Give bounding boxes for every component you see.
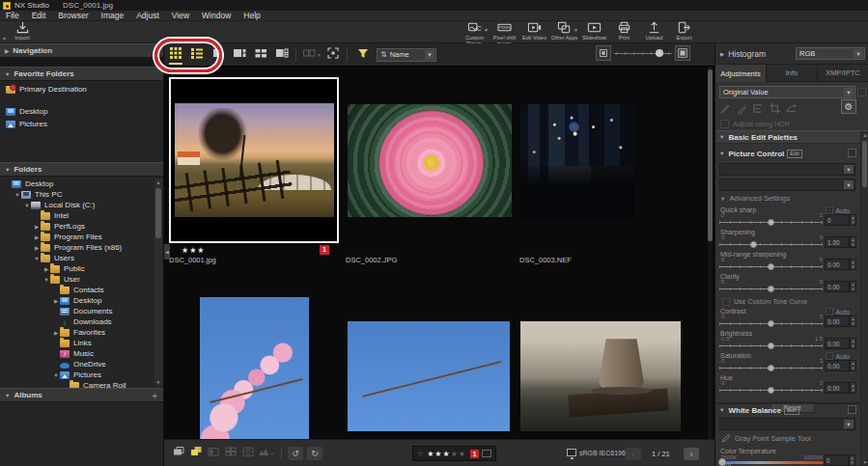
filter-button[interactable]: [353, 45, 373, 65]
menu-window[interactable]: Window: [202, 11, 231, 20]
picture-control-select-2[interactable]: ▼: [719, 178, 855, 191]
spinner-arrows[interactable]: ▲▼: [850, 338, 856, 349]
spinner-arrows[interactable]: ▲▼: [850, 281, 856, 292]
folder-tree-scrollbar[interactable]: ▲ ▼: [154, 178, 162, 386]
scroll-up-icon[interactable]: ▲: [861, 131, 868, 139]
spinner-arrows[interactable]: ▲▼: [850, 382, 856, 394]
compare-pair-button[interactable]: [188, 447, 204, 460]
auto-option[interactable]: Auto: [826, 308, 850, 315]
histogram-channel-select[interactable]: RGB ▼: [796, 47, 865, 60]
advanced-settings-header[interactable]: ▼ Advanced Settings: [720, 194, 790, 203]
favorite-desktop[interactable]: Desktop: [0, 105, 163, 118]
tree-item-onedrive[interactable]: OneDrive: [0, 359, 163, 370]
adjustment-preset-select[interactable]: Original Value ▼: [719, 86, 855, 98]
slider-track[interactable]: [719, 388, 823, 394]
navigation-panel-header[interactable]: ▶ Navigation: [0, 43, 163, 58]
tree-item-favorites[interactable]: ▶Favorites: [0, 327, 163, 338]
upload-button[interactable]: Upload: [639, 22, 669, 41]
tab-info[interactable]: Info: [767, 65, 818, 82]
scroll-down-icon[interactable]: ▼: [861, 458, 868, 466]
tree-item-downloads[interactable]: ↓Downloads: [0, 316, 163, 327]
tree-item-local-disk-c[interactable]: ▼Local Disk (C:): [0, 200, 163, 210]
adjust-using-hdr-row[interactable]: Adjust using HDR: [720, 120, 790, 128]
right-panel-scrollbar[interactable]: ▲ ▼: [860, 131, 868, 466]
scrollbar-thumb[interactable]: [155, 188, 161, 238]
slider-handle[interactable]: [768, 263, 774, 270]
expander-open-icon[interactable]: ▼: [14, 192, 21, 198]
tree-item-program-files-x86[interactable]: ▶Program Files (x86): [0, 242, 163, 253]
menu-adjust[interactable]: Adjust: [136, 11, 159, 20]
favorite-pictures[interactable]: Pictures: [0, 118, 163, 130]
grid-view-button[interactable]: [166, 45, 185, 65]
rating-clear-icon[interactable]: ☆: [417, 450, 424, 458]
multi-image-button[interactable]: [223, 447, 238, 460]
white-balance-checkbox[interactable]: [848, 405, 856, 414]
tree-item-pictures[interactable]: ▼Pictures: [0, 370, 163, 380]
slider-handle[interactable]: [768, 286, 774, 292]
folders-panel-header[interactable]: ▼ Folders: [0, 162, 163, 177]
expander-open-icon[interactable]: ▼: [23, 203, 31, 208]
tree-item-intel[interactable]: Intel: [0, 210, 163, 221]
expander-open-icon[interactable]: ▼: [52, 372, 60, 378]
histogram-overlay-button[interactable]: ▼: [258, 447, 273, 460]
menu-view[interactable]: View: [172, 11, 189, 20]
expander-closed-icon[interactable]: ▶: [52, 330, 60, 336]
sort-dropdown[interactable]: ⇅Name▼: [377, 48, 436, 62]
slider-handle[interactable]: [768, 320, 774, 327]
spinner-arrows[interactable]: ▲▼: [850, 315, 856, 327]
auto-checkbox[interactable]: [826, 206, 833, 214]
expander-closed-icon[interactable]: ▶: [33, 245, 41, 251]
straighten-icon[interactable]: [785, 101, 798, 114]
hdr-checkbox[interactable]: [720, 120, 729, 128]
color-temperature-slider[interactable]: [720, 461, 824, 464]
tree-item-program-files[interactable]: ▶Program Files: [0, 232, 163, 242]
thumbnail-photo-bucket[interactable]: [520, 321, 681, 431]
tab-xmp-iptc[interactable]: XMP/IPTC: [818, 65, 868, 82]
slider-track[interactable]: [719, 264, 823, 270]
small-thumbnail-icon[interactable]: [596, 45, 611, 61]
rating-stars-inactive[interactable]: ★★: [451, 450, 466, 458]
slider-value[interactable]: 0.00: [825, 338, 850, 349]
picture-control-checkbox[interactable]: [848, 149, 856, 157]
menu-edit[interactable]: Edit: [32, 11, 46, 20]
tree-item-this-pc[interactable]: ▼This PC: [0, 189, 163, 200]
edit-pencil-icon[interactable]: [719, 101, 732, 114]
previous-image-button[interactable]: ‹: [626, 448, 641, 460]
slider-handle[interactable]: [768, 387, 774, 394]
redo-button[interactable]: ↻: [307, 447, 322, 460]
spinner-arrows[interactable]: ▲▼: [849, 454, 855, 466]
slider-handle[interactable]: [768, 343, 774, 349]
scrollbar-thumb[interactable]: [862, 141, 867, 187]
expander-closed-icon[interactable]: ▶: [42, 266, 50, 272]
slider-track[interactable]: [719, 343, 823, 349]
four-view-button[interactable]: [251, 45, 270, 65]
next-image-button[interactable]: ›: [684, 448, 699, 460]
versions-button[interactable]: [171, 447, 186, 460]
tree-item-contacts[interactable]: Contacts: [0, 285, 163, 295]
slider-value[interactable]: 0.00: [825, 281, 850, 292]
crop-icon[interactable]: [769, 101, 781, 114]
auto-option[interactable]: Auto: [826, 206, 850, 214]
import-button[interactable]: Import: [8, 22, 37, 41]
photo-view-button[interactable]: [209, 45, 228, 65]
expander-open-icon[interactable]: ▼: [33, 256, 41, 261]
rating-widget[interactable]: ☆ ★★★ ★★ 1: [412, 446, 496, 461]
retouch-brush-icon[interactable]: [736, 101, 748, 114]
tree-item-desktop[interactable]: ▶Desktop: [0, 295, 163, 306]
favorite-folders-panel-header[interactable]: ▼ Favorite Folders: [0, 67, 163, 81]
levels-icon[interactable]: [752, 101, 765, 114]
thumbnail-size-slider[interactable]: [614, 46, 672, 60]
tree-item-links[interactable]: Links: [0, 338, 163, 348]
expander-closed-icon[interactable]: ▶: [33, 234, 41, 240]
single-image-button[interactable]: [206, 447, 221, 460]
menu-image[interactable]: Image: [101, 11, 125, 20]
tab-adjustments[interactable]: Adjustments: [715, 65, 767, 82]
spinner-arrows[interactable]: ▲▼: [850, 259, 856, 270]
slider-value[interactable]: 1.00: [825, 236, 850, 248]
print-button[interactable]: Print: [609, 22, 639, 41]
other-apps-button[interactable]: ▼Other Apps: [549, 22, 579, 41]
slider-knob[interactable]: [656, 49, 663, 57]
tree-item-user[interactable]: ▼User: [0, 274, 163, 285]
slider-track[interactable]: [719, 321, 823, 327]
use-custom-tone-curve-row[interactable]: Use Custom Tone Curve: [715, 295, 868, 308]
